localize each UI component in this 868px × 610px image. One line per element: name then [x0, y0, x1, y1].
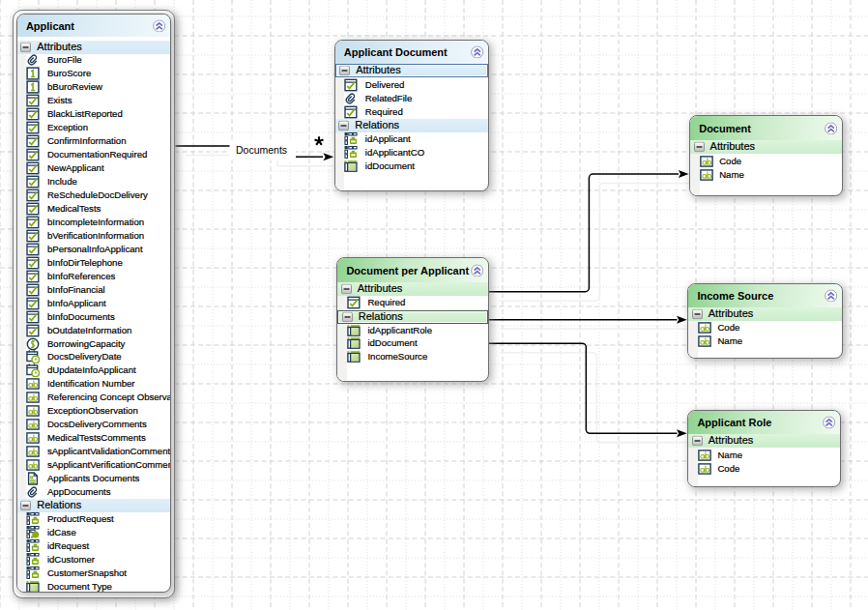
svg-text:Documents: Documents [236, 144, 287, 156]
